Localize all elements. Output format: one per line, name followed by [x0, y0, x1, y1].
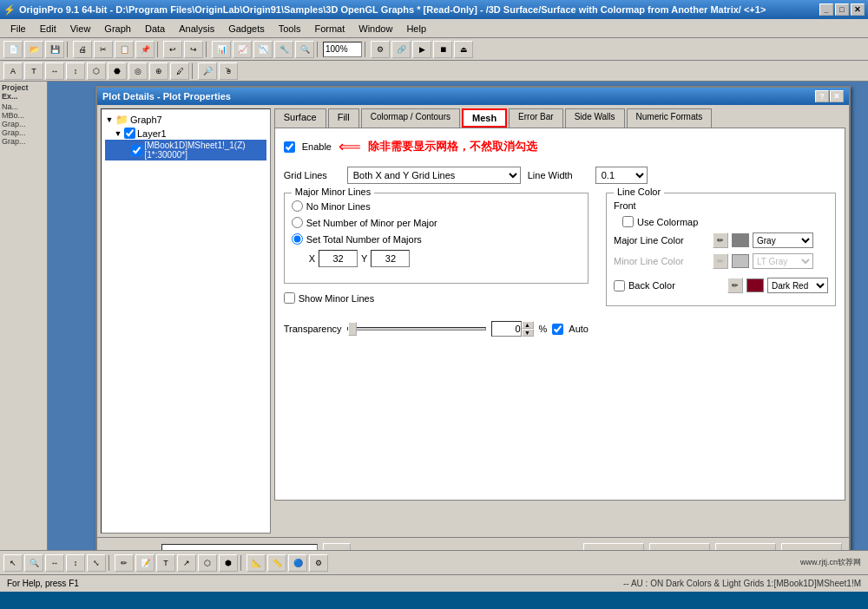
tab-surface[interactable]: Surface: [274, 108, 326, 128]
bt12[interactable]: 📐: [247, 554, 266, 572]
tb2-5[interactable]: ⬡: [87, 62, 106, 80]
menu-window[interactable]: Window: [352, 22, 399, 36]
grid-lines-select[interactable]: Both X and Y Grid Lines X Grid Lines Onl…: [347, 167, 521, 184]
new-btn[interactable]: 📄: [3, 41, 23, 58]
tb2-3[interactable]: ↔: [45, 62, 64, 80]
tree-item-graph7[interactable]: ▼ 📁 Graph7: [105, 113, 266, 127]
b6[interactable]: ⚙: [371, 41, 390, 58]
tab-colormap[interactable]: Colormap / Contours: [361, 108, 460, 128]
minor-color-edit-btn[interactable]: ✏: [713, 253, 728, 269]
minor-color-select[interactable]: LT Gray Gray: [753, 253, 813, 269]
enable-checkbox[interactable]: [284, 141, 295, 153]
auto-checkbox[interactable]: [552, 324, 563, 335]
print-btn[interactable]: 🖨: [73, 41, 92, 58]
line-width-select[interactable]: 0.1 0.5 1.0 2.0: [595, 167, 648, 184]
use-colormap-checkbox[interactable]: [622, 216, 634, 227]
bt3[interactable]: ↔: [45, 554, 64, 572]
bt5[interactable]: ⤡: [87, 554, 106, 572]
transparency-input[interactable]: [491, 321, 522, 337]
y-value-input[interactable]: [371, 250, 410, 267]
transparency-slider-thumb[interactable]: [348, 322, 357, 336]
b9[interactable]: ⏹: [433, 41, 452, 58]
apply-button[interactable]: Apply: [781, 543, 842, 550]
set-number-radio[interactable]: [292, 217, 303, 228]
close-button[interactable]: ✕: [851, 3, 865, 16]
tab-numformats[interactable]: Numeric Formats: [627, 108, 713, 128]
zoom-input[interactable]: [323, 42, 362, 57]
bt13[interactable]: 📏: [267, 554, 286, 572]
tb2-4[interactable]: ↕: [66, 62, 85, 80]
save-btn[interactable]: 💾: [45, 41, 64, 58]
tree-item-data[interactable]: [MBook1D]MSheet1!_1(Z)[1*:30000*]: [105, 140, 266, 160]
tb2-11[interactable]: 🖱: [219, 62, 238, 80]
spinner-down-btn[interactable]: ▼: [522, 329, 534, 337]
back-color-checkbox[interactable]: [614, 280, 625, 291]
bt1[interactable]: ↖: [3, 554, 23, 572]
menu-edit[interactable]: Edit: [33, 22, 63, 36]
b2[interactable]: 📈: [233, 41, 252, 58]
menu-tools[interactable]: Tools: [272, 22, 308, 36]
b7[interactable]: 🔗: [391, 41, 411, 58]
pe-item-4[interactable]: Grap...: [2, 128, 45, 137]
plot-type-select[interactable]: 3D - Surface 3D - Wire Frame 3D - Bars: [161, 544, 318, 550]
dialog-help-button[interactable]: ?: [815, 90, 829, 102]
tb2-9[interactable]: 🖊: [170, 62, 189, 80]
minimize-button[interactable]: _: [819, 3, 833, 16]
tb2-8[interactable]: ⊕: [149, 62, 168, 80]
tab-fill[interactable]: Fill: [328, 108, 359, 128]
arrow-button[interactable]: >>: [323, 543, 351, 550]
b5[interactable]: 🔍: [295, 41, 314, 58]
undo-btn[interactable]: ↩: [163, 41, 182, 58]
matrix-button[interactable]: Matrix: [583, 543, 644, 550]
b4[interactable]: 🔧: [274, 41, 293, 58]
bt11[interactable]: ⬢: [219, 554, 238, 572]
menu-view[interactable]: View: [63, 22, 98, 36]
b8[interactable]: ▶: [412, 41, 431, 58]
data-checkbox[interactable]: [131, 145, 142, 156]
bt4[interactable]: ↕: [66, 554, 85, 572]
tree-item-layer1[interactable]: ▼ Layer1: [105, 127, 266, 140]
open-btn[interactable]: 📂: [24, 41, 43, 58]
b3[interactable]: 📉: [253, 41, 273, 58]
cut-btn[interactable]: ✂: [94, 41, 113, 58]
show-minor-checkbox[interactable]: [284, 292, 295, 304]
tb2-10[interactable]: 🔎: [198, 62, 217, 80]
pe-item-2[interactable]: MBo...: [2, 111, 45, 120]
menu-data[interactable]: Data: [138, 22, 172, 36]
pe-item-1[interactable]: Na...: [2, 102, 45, 111]
set-total-radio[interactable]: [292, 233, 303, 245]
paste-btn[interactable]: 📌: [135, 41, 155, 58]
dialog-close-button[interactable]: ✕: [830, 90, 844, 102]
no-minor-radio[interactable]: [292, 200, 303, 212]
back-color-edit-btn[interactable]: ✏: [727, 278, 743, 293]
b1[interactable]: 📊: [212, 41, 231, 58]
layer1-checkbox[interactable]: [124, 128, 135, 139]
menu-help[interactable]: Help: [399, 22, 433, 36]
menu-format[interactable]: Format: [307, 22, 352, 36]
redo-btn[interactable]: ↪: [184, 41, 203, 58]
major-color-edit-btn[interactable]: ✏: [713, 232, 728, 248]
bt10[interactable]: ⬡: [198, 554, 217, 572]
bt8[interactable]: T: [156, 554, 175, 572]
tb2-6[interactable]: ⬣: [108, 62, 127, 80]
bt14[interactable]: 🔵: [288, 554, 307, 572]
ok-button[interactable]: OK: [649, 543, 710, 550]
bt6[interactable]: ✏: [115, 554, 134, 572]
pe-item-3[interactable]: Grap...: [2, 120, 45, 128]
menu-gadgets[interactable]: Gadgets: [221, 22, 272, 36]
x-value-input[interactable]: [319, 250, 358, 267]
menu-file[interactable]: File: [3, 22, 33, 36]
tb2-2[interactable]: T: [24, 62, 43, 80]
bt15[interactable]: ⚙: [309, 554, 328, 572]
bt2[interactable]: 🔍: [24, 554, 43, 572]
menu-graph[interactable]: Graph: [97, 22, 138, 36]
b10[interactable]: ⏏: [454, 41, 473, 58]
tab-errorbar[interactable]: Error Bar: [509, 108, 563, 128]
back-color-select[interactable]: Dark Red Red Black: [767, 278, 828, 293]
cancel-button[interactable]: Cancel: [715, 543, 776, 550]
bt9[interactable]: ↗: [177, 554, 196, 572]
pe-item-5[interactable]: Grap...: [2, 137, 45, 146]
tb2-7[interactable]: ◎: [128, 62, 148, 80]
copy-btn[interactable]: 📋: [115, 41, 134, 58]
tb2-1[interactable]: A: [3, 62, 23, 80]
